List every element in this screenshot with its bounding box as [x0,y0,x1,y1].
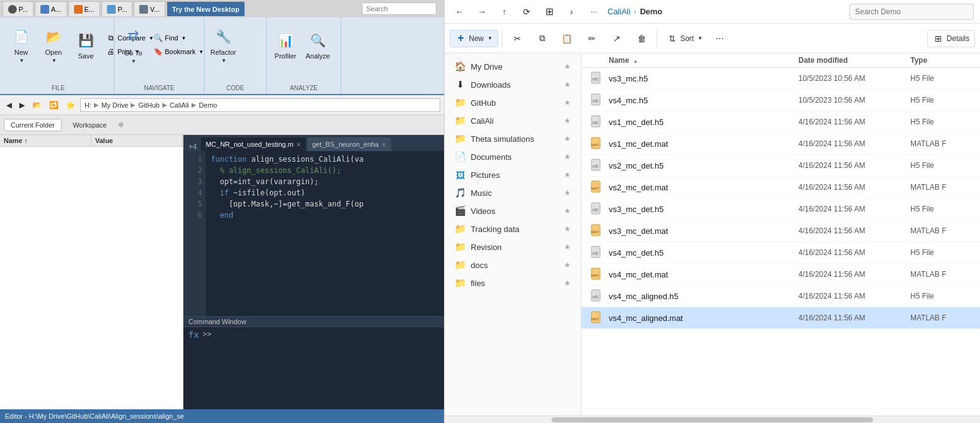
editor-tabs: +4 MC_NR_not_used_testing.m ✕ get_BS_neu… [183,135,444,151]
current-folder-tab[interactable]: Current Folder [4,119,62,131]
exp-refresh-btn[interactable]: ⟳ [518,3,535,21]
nav-forward-btn[interactable]: ▶ [17,100,27,111]
save-button[interactable]: 💾 Save [71,22,101,67]
exp-rename-button[interactable]: ✏ [581,30,603,47]
svg-text:H5: H5 [593,295,598,299]
analyze-button[interactable]: 🔍 Analyze [303,22,333,67]
exp-layout-btn[interactable]: ⊞ [540,3,558,21]
exp-toolbar-more-btn[interactable]: ··· [711,30,729,47]
line-indicator: +4 [186,142,200,151]
find-button[interactable]: 🔍 Find ▼ [150,32,206,44]
sidebar-item-files[interactable]: 📁 files ★ [447,274,578,292]
horizontal-scrollbar[interactable] [445,416,980,423]
bookmark-button[interactable]: 🔖 Bookmark ▼ [150,45,206,58]
col-name-header[interactable]: Name ▲ [609,56,798,65]
file-row-vs3-mc-h5[interactable]: H5 vs3_mc.h5 10/5/2023 10:56 AM H5 File [581,68,980,90]
tab-v1[interactable]: V... [134,1,165,16]
file-row-vs4-mc-aligned-h5[interactable]: H5 vs4_mc_aligned.h5 4/16/2024 11:56 AM … [581,286,980,307]
tab-e1[interactable]: E... [68,1,101,16]
downloads-label: Downloads [471,80,511,90]
new-button[interactable]: 📄 New ▼ [6,22,36,67]
favorites-btn[interactable]: ⭐ [63,100,78,111]
exp-copy-button[interactable]: ⧉ [531,30,553,47]
documents-icon: 📄 [455,151,466,162]
explorer-body: 🏠 My Drive ★ ⬇ Downloads ★ 📁 GitHub ★ 📁 … [445,53,980,416]
sidebar-item-documents[interactable]: 📄 Documents ★ [447,148,578,165]
explorer-search-input[interactable] [849,4,974,20]
file-row-vs1-mc-det-mat[interactable]: MAT vs1_mc_det.mat 4/16/2024 11:56 AM MA… [581,133,980,155]
file-row-vs4-mc-aligned-mat[interactable]: MAT vs4_mc_aligned.mat 4/16/2024 11:56 A… [581,307,980,329]
goto-button[interactable]: ⇄ Go To ▼ [118,22,148,67]
goto-icon: ⇄ [123,26,143,45]
exp-more-btn[interactable]: ··· [585,3,603,21]
path-demo: Demo [199,101,217,109]
sidebar-item-pictures[interactable]: 🖼 Pictures ★ [447,166,578,184]
nav-back-btn[interactable]: ◀ [4,100,14,111]
sidebar-item-revision[interactable]: 📁 Revision ★ [447,238,578,256]
file-row-vs4-mc-h5[interactable]: H5 vs4_mc.h5 10/5/2023 10:56 AM H5 File [581,90,980,111]
pictures-pin: ★ [564,170,571,179]
file-type-vs4-mc-aligned-mat: MATLAB F [910,314,973,322]
exp-back-btn[interactable]: ← [451,3,468,21]
h5-file-icon: H5 [589,289,604,304]
file-name-vs2-mc-det-mat: vs2_mc_det.mat [609,183,798,192]
sidebar-item-videos[interactable]: 🎬 Videos ★ [447,202,578,220]
sidebar-item-theta-sim[interactable]: 📁 Theta simulations ★ [447,130,578,147]
file-row-vs2-mc-det-h5[interactable]: H5 vs2_mc_det.h5 4/16/2024 11:56 AM H5 F… [581,155,980,177]
open-button[interactable]: 📂 Open ▼ [39,22,68,67]
sidebar-item-caliAli[interactable]: 📁 CaliAli ★ [447,112,578,129]
find-icon: 🔍 [153,33,163,43]
file-date-vs2-mc-det-mat: 4/16/2024 11:56 AM [798,183,910,192]
refactor-button[interactable]: 🔧 Refactor ▼ [208,22,238,67]
sync-btn[interactable]: 🔁 [47,100,61,111]
file-row-vs3-mc-det-mat[interactable]: MAT vs3_mc_det.mat 4/16/2024 11:56 AM MA… [581,220,980,242]
close-get-bs-tab[interactable]: ✕ [381,141,386,148]
cmd-prompt: >> [203,330,211,338]
var-panel-header: Name ↑ Value [0,135,183,147]
sidebar-item-github[interactable]: 📁 GitHub ★ [447,94,578,111]
sidebar-item-music[interactable]: 🎵 Music ★ [447,184,578,202]
sidebar-item-docs[interactable]: 📁 docs ★ [447,256,578,274]
breadcrumb-caliAli[interactable]: CaliAli [608,7,631,16]
col-date-header[interactable]: Date modified [798,56,910,65]
code-text[interactable]: function align_sessions_CaliAli(va % ali… [206,151,444,316]
exp-chevron-btn[interactable]: › [563,3,580,21]
sidebar-item-my-drive[interactable]: 🏠 My Drive ★ [447,58,578,75]
exp-cut-button[interactable]: ✂ [506,30,529,47]
tab-try-new-desktop[interactable]: Try the New Desktop [167,1,245,16]
tab-p1[interactable]: P... [2,1,34,16]
refactor-icon: 🔧 [213,27,233,47]
workspace-tab[interactable]: Workspace [67,119,113,131]
exp-up-btn[interactable]: ↑ [496,3,513,21]
file-row-vs3-mc-det-h5[interactable]: H5 vs3_mc_det.h5 4/16/2024 11:56 AM H5 F… [581,198,980,220]
exp-share-button[interactable]: ↗ [606,30,628,47]
exp-details-button[interactable]: ⊞ Details [927,30,975,47]
close-mc-nr-tab[interactable]: ✕ [296,141,301,148]
cmd-input[interactable] [215,330,439,340]
toolbar-search-input[interactable] [362,2,437,15]
tab-a1[interactable]: A... [35,1,67,16]
exp-delete-button[interactable]: 🗑 [631,30,653,47]
exp-new-button[interactable]: + New ▼ [450,30,498,47]
sidebar-item-downloads[interactable]: ⬇ Downloads ★ [447,76,578,93]
file-row-vs4-mc-det-h5[interactable]: H5 vs4_mc_det.h5 4/16/2024 11:56 AM H5 F… [581,242,980,264]
sidebar-item-tracking-data[interactable]: 📁 Tracking data ★ [447,220,578,238]
browse-folders-btn[interactable]: 📂 [30,100,44,111]
editor-tab-get-bs[interactable]: get_BS_neuron_enha ✕ [307,137,391,151]
exp-sort-button[interactable]: ⇅ Sort ▼ [661,30,708,47]
file-row-vs2-mc-det-mat[interactable]: MAT vs2_mc_det.mat 4/16/2024 11:56 AM MA… [581,177,980,198]
h5-file-icon: H5 [589,93,604,108]
exp-forward-btn[interactable]: → [473,3,491,21]
profiler-button[interactable]: 📊 Profiler [270,22,300,67]
editor-tab-mc-nr[interactable]: MC_NR_not_used_testing.m ✕ [201,137,306,151]
path-mydrive: My Drive [101,101,128,109]
file-name-vs4-mc-det-mat: vs4_mc_det.mat [609,270,798,279]
col-type-header[interactable]: Type [910,56,973,65]
documents-pin: ★ [564,152,571,161]
exp-paste-button[interactable]: 📋 [556,30,578,47]
file-row-vs1-mc-det-h5[interactable]: H5 vs1_mc_det.h5 4/16/2024 11:56 AM H5 F… [581,111,980,133]
file-row-vs4-mc-det-mat[interactable]: MAT vs4_mc_det.mat 4/16/2024 11:56 AM MA… [581,264,980,286]
tab-p2[interactable]: P... [101,1,132,16]
variable-panel: Name ↑ Value [0,135,183,409]
address-path[interactable]: H: ▶ My Drive ▶ GitHub ▶ CaliAli ▶ Demo [80,98,440,112]
